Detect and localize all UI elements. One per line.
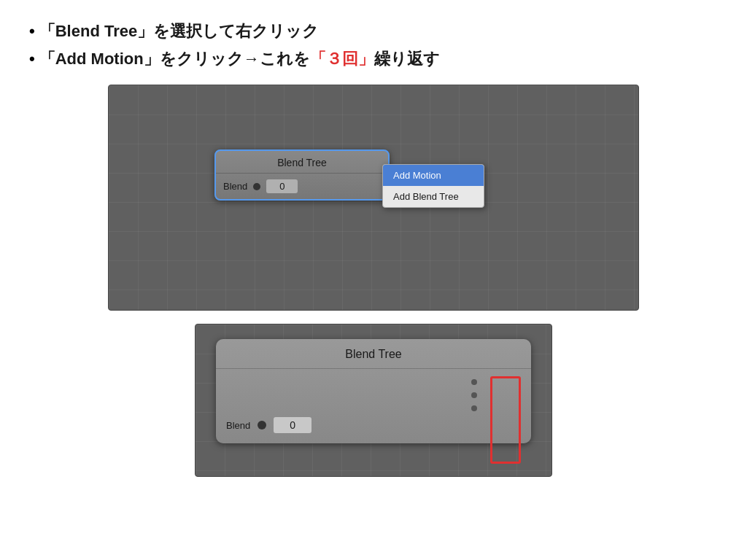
context-menu-item-add-motion[interactable]: Add Motion [383,165,484,186]
motion-slot-3 [471,405,477,411]
blend-tree-content-bottom: Blend 0 [216,369,531,443]
blend-label-bottom: Blend [226,420,250,431]
context-menu-item-add-blend-tree[interactable]: Add Blend Tree [383,186,484,207]
bullet-item-1: 「Blend Tree」を選択して右クリック [29,20,718,42]
blend-tree-node-top: Blend Tree Blend 0 [214,149,390,201]
context-menu[interactable]: Add Motion Add Blend Tree [382,164,484,208]
blend-value-top: 0 [266,179,298,193]
bottom-screenshot: Blend Tree Blend 0 [195,324,552,477]
bullet-text-2-prefix: 「Add Motion」をクリック→これを「３回」繰り返す [39,48,440,70]
blend-dot-top [253,183,260,190]
motion-slot-2 [471,392,477,398]
blend-tree-title-top: Blend Tree [216,151,388,174]
blend-tree-node-bottom: Blend Tree Blend 0 [216,339,531,443]
bullet-text-1: 「Blend Tree」を選択して右クリック [39,20,319,42]
blend-value-bottom: 0 [274,417,311,433]
highlight-3kai: 「３回」 [310,50,374,68]
motion-slots [226,375,521,411]
top-screenshot: Blend Tree Blend 0 Add Motion Add Blend … [108,85,639,311]
motion-slot-1 [471,379,477,385]
blend-bottom-row: Blend 0 [226,417,521,433]
bullet-item-2: 「Add Motion」をクリック→これを「３回」繰り返す [29,48,718,70]
bullet-list: 「Blend Tree」を選択して右クリック 「Add Motion」をクリック… [29,20,718,70]
blend-tree-body-top: Blend 0 [216,174,388,199]
blend-label-top: Blend [223,181,247,192]
blend-tree-title-bottom: Blend Tree [216,339,531,369]
page-container: 「Blend Tree」を選択して右クリック 「Add Motion」をクリック… [0,0,747,560]
blend-dot-bottom [258,421,266,429]
